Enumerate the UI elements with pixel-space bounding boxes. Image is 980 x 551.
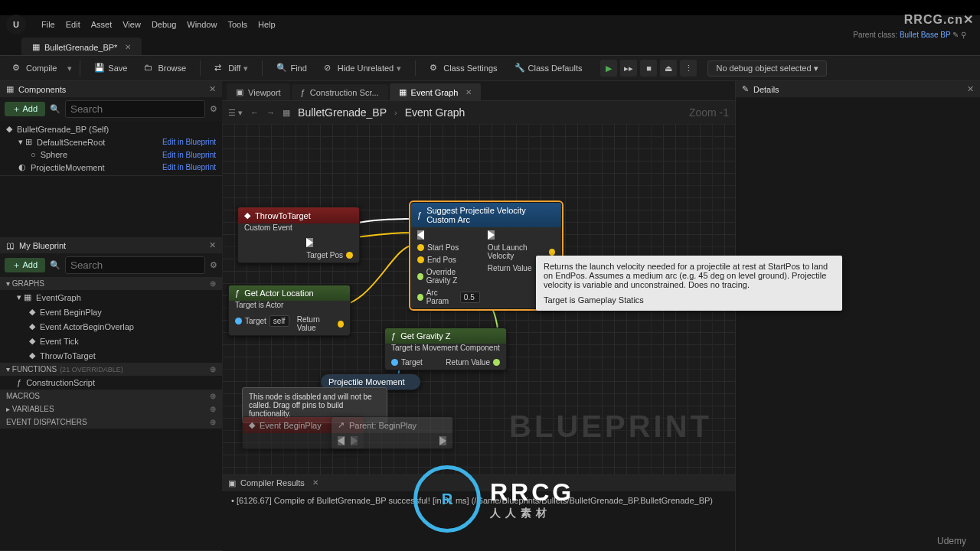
node-throw-to-target[interactable]: ◆ ThrowToTarget Custom Event Target Pos <box>237 207 360 263</box>
component-row-projectile[interactable]: ◐ProjectileMovementEdit in Blueprint <box>3 161 219 174</box>
browse-button[interactable]: 🗀Browse <box>138 60 192 77</box>
search-icon: 🔍 <box>50 260 60 270</box>
node-parent-beginplay[interactable]: ↗ Parent: BeginPlay <box>331 416 453 449</box>
menu-help[interactable]: Help <box>258 20 276 29</box>
section-functions[interactable]: ▾ FUNCTIONS(21 OVERRIDABLE)⊕ <box>0 363 222 376</box>
pin-target[interactable]: Target <box>391 358 423 367</box>
pin-return[interactable]: Return Value <box>446 358 500 367</box>
add-component-button[interactable]: ＋ Add <box>5 102 45 116</box>
function-item[interactable]: ƒ ConstructionScript <box>0 376 222 390</box>
close-icon[interactable]: ✕ <box>125 43 131 51</box>
graph-item[interactable]: ◆ Event BeginPlay <box>0 305 222 319</box>
components-search-input[interactable] <box>65 100 205 118</box>
edit-in-blueprint-link[interactable]: Edit in Blueprint <box>162 151 216 159</box>
pin-start-pos[interactable]: Start Pos <box>417 243 480 252</box>
breadcrumb-leaf[interactable]: Event Graph <box>405 106 466 119</box>
pin-arc-param[interactable]: Arc Param <box>417 289 480 305</box>
close-icon[interactable]: ✕ <box>466 88 472 96</box>
graph-item[interactable]: ◆ ThrowToTarget <box>0 348 222 363</box>
pin-exec-in[interactable] <box>417 230 480 240</box>
pin-override-gravity[interactable]: Override Gravity Z <box>417 268 480 285</box>
pin-target-pos[interactable]: Target Pos <box>306 251 353 259</box>
search-icon: 🔍 <box>50 104 60 114</box>
udemy-watermark: Udemy <box>937 536 966 546</box>
my-blueprint-panel: 🕮My Blueprint✕ ＋ Add 🔍 ⚙ ▾ GRAPHS⊕ ▾ ▦ E… <box>0 237 222 551</box>
component-row-self[interactable]: ◆BulletGrenade_BP (Self) <box>3 122 219 135</box>
component-row-root[interactable]: ▾ ⊞DefaultSceneRootEdit in Blueprint <box>3 135 219 148</box>
pin-exec-out[interactable] <box>488 230 555 240</box>
class-defaults-button[interactable]: 🔧Class Defaults <box>508 60 589 77</box>
diff-button[interactable]: ⇄Diff <box>208 60 254 77</box>
blueprint-icon: 🕮 <box>6 241 15 250</box>
section-dispatchers[interactable]: EVENT DISPATCHERS⊕ <box>0 416 222 429</box>
compiler-title: Compiler Results <box>240 478 305 488</box>
pin-return[interactable]: Return Value <box>297 315 344 332</box>
node-tooltip: Returns the launch velocity needed for a… <box>536 256 842 311</box>
breadcrumb-root[interactable]: BulletGrenade_BP <box>298 106 387 119</box>
node-get-gravity-z[interactable]: ƒ Get Gravity Z Target is Movement Compo… <box>384 328 507 370</box>
node-get-actor-location[interactable]: ƒ Get Actor Location Target is Actor Tar… <box>228 285 351 336</box>
tab-construction[interactable]: ƒ Construction Scr... <box>292 84 388 100</box>
menu-asset[interactable]: Asset <box>91 20 113 29</box>
eject-button[interactable]: ⏏ <box>660 60 677 77</box>
blueprint-search-input[interactable] <box>65 256 205 274</box>
menu-file[interactable]: File <box>41 20 55 29</box>
compile-dropdown[interactable] <box>67 64 72 73</box>
add-blueprint-button[interactable]: ＋ Add <box>5 258 45 272</box>
edit-in-blueprint-link[interactable]: Edit in Blueprint <box>162 163 216 171</box>
gear-icon[interactable]: ⚙ <box>210 260 217 270</box>
blueprint-tab[interactable]: ▦ BulletGrenade_BP* ✕ <box>21 37 142 55</box>
compile-button[interactable]: ⚙Compile <box>6 60 63 77</box>
parent-class-link[interactable]: Bullet Base BP <box>900 31 951 39</box>
save-icon: 💾 <box>94 63 105 73</box>
nav-back[interactable]: ← <box>250 108 259 117</box>
section-macros[interactable]: MACROS⊕ <box>0 390 222 403</box>
close-icon[interactable]: ✕ <box>209 240 216 250</box>
stop-button[interactable]: ■ <box>640 60 657 77</box>
debug-object-select[interactable]: No debug object selected ▾ <box>707 60 826 77</box>
pin-exec-out[interactable] <box>306 238 353 247</box>
nav-forward[interactable]: → <box>266 108 275 117</box>
tooltip-target: Target is Gameplay Statics <box>544 295 835 305</box>
pin-end-pos[interactable]: End Pos <box>417 256 480 264</box>
close-icon[interactable]: ✕ <box>312 478 318 488</box>
gear-icon[interactable]: ⚙ <box>210 104 217 114</box>
zoom-label: Zoom -1 <box>689 106 729 119</box>
details-icon: ✎ <box>742 84 749 94</box>
find-button[interactable]: 🔍Find <box>270 60 312 77</box>
graph-item[interactable]: ◆ Event ActorBeginOverlap <box>0 319 222 334</box>
menu-view[interactable]: View <box>122 20 141 29</box>
arc-param-input[interactable] <box>460 292 480 303</box>
graph-tabs: ▣ Viewport ƒ Construction Scr... ▦ Event… <box>222 81 735 101</box>
unreal-logo-icon: U <box>6 15 26 34</box>
play-button[interactable]: ▶ <box>600 60 617 77</box>
nav-menu[interactable]: ☰ ▾ <box>228 108 243 118</box>
pin-target[interactable]: Target self <box>235 315 289 327</box>
menu-debug[interactable]: Debug <box>152 20 176 29</box>
save-button[interactable]: 💾Save <box>88 60 133 77</box>
graph-item-eventgraph[interactable]: ▾ ▦ EventGraph <box>0 290 222 305</box>
class-settings-button[interactable]: ⚙Class Settings <box>423 60 503 77</box>
section-variables[interactable]: ▸ VARIABLES⊕ <box>0 403 222 416</box>
section-graphs[interactable]: ▾ GRAPHS⊕ <box>0 277 222 290</box>
tab-event-graph[interactable]: ▦ Event Graph✕ <box>390 83 482 100</box>
edit-in-blueprint-link[interactable]: Edit in Blueprint <box>162 138 216 146</box>
menu-edit[interactable]: Edit <box>66 20 80 29</box>
watermark-top-right: RRCG.cn✕ <box>904 12 974 27</box>
hide-unrelated-button[interactable]: ⊘Hide Unrelated <box>318 60 407 77</box>
event-graph-canvas[interactable]: ◆ ThrowToTarget Custom Event Target Pos … <box>222 124 735 474</box>
play-options[interactable]: ⋮ <box>680 60 697 77</box>
menu-window[interactable]: Window <box>187 20 217 29</box>
close-icon[interactable]: ✕ <box>967 84 974 94</box>
parent-class-label: Parent class: Bullet Base BP ✎ ⚲ <box>853 31 966 39</box>
graph-icon: ▦ <box>283 108 290 118</box>
component-row-sphere[interactable]: ○SphereEdit in Blueprint <box>3 148 219 161</box>
menu-tools[interactable]: Tools <box>227 20 247 29</box>
step-button[interactable]: ▸▸ <box>620 60 637 77</box>
details-title: Details <box>753 85 779 94</box>
tab-viewport[interactable]: ▣ Viewport <box>227 83 290 100</box>
components-icon: ▦ <box>6 84 14 94</box>
close-icon[interactable]: ✕ <box>209 84 216 94</box>
folder-icon: 🗀 <box>144 63 155 73</box>
graph-item[interactable]: ◆ Event Tick <box>0 334 222 348</box>
